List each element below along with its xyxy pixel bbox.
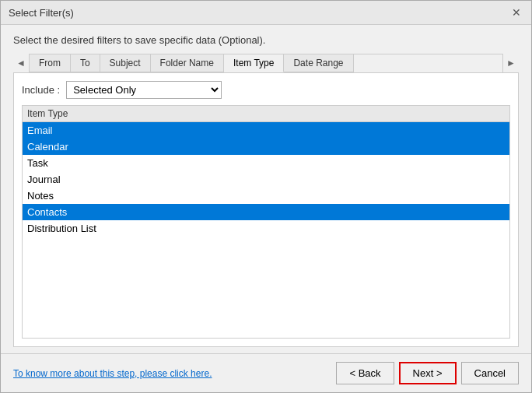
tab-arrow-right[interactable]: ► <box>503 56 519 70</box>
list-item[interactable]: Calendar <box>23 139 509 155</box>
dialog-footer: To know more about this step, please cli… <box>1 353 531 392</box>
instruction-text: Select the desired filters to save speci… <box>13 34 519 46</box>
title-bar: Select Filter(s) ✕ <box>1 1 531 25</box>
list-body: Email Calendar Task Journal Notes Contac… <box>23 122 509 237</box>
list-item[interactable]: Task <box>23 155 509 171</box>
list-header-item-type: Item Type <box>27 108 505 119</box>
include-row: Include : All Selected Only <box>22 81 510 99</box>
tab-folder-name[interactable]: Folder Name <box>151 54 224 72</box>
close-button[interactable]: ✕ <box>509 5 523 19</box>
dialog-title: Select Filter(s) <box>9 7 74 19</box>
tab-to[interactable]: To <box>71 54 100 72</box>
include-label: Include : <box>22 84 60 96</box>
list-item[interactable]: Distribution List <box>23 220 509 237</box>
tab-panel-item-type: Include : All Selected Only Item Type Em… <box>13 72 519 347</box>
include-select[interactable]: All Selected Only <box>66 81 222 99</box>
list-item[interactable]: Contacts <box>23 204 509 220</box>
dialog-body: Select the desired filters to save speci… <box>1 25 531 347</box>
tabs-container: ◄ From To Subject Folder Name Item Type … <box>13 54 519 72</box>
tab-arrow-left[interactable]: ◄ <box>13 56 29 70</box>
list-item[interactable]: Journal <box>23 171 509 188</box>
item-list-container: Item Type Email Calendar Task Journal No… <box>22 105 510 339</box>
tab-date-range[interactable]: Date Range <box>284 54 353 72</box>
tab-subject[interactable]: Subject <box>100 54 151 72</box>
select-filters-dialog: Select Filter(s) ✕ Select the desired fi… <box>0 0 532 393</box>
back-button[interactable]: < Back <box>336 362 394 384</box>
list-item[interactable]: Email <box>23 122 509 139</box>
list-item[interactable]: Notes <box>23 188 509 204</box>
tab-item-type[interactable]: Item Type <box>224 54 284 72</box>
cancel-button[interactable]: Cancel <box>461 362 519 384</box>
button-group: < Back Next > Cancel <box>336 362 519 384</box>
next-button[interactable]: Next > <box>399 362 457 384</box>
tabs-row: From To Subject Folder Name Item Type Da… <box>29 54 503 72</box>
tab-from[interactable]: From <box>30 54 71 72</box>
list-header: Item Type <box>23 106 509 122</box>
help-link[interactable]: To know more about this step, please cli… <box>13 368 212 379</box>
